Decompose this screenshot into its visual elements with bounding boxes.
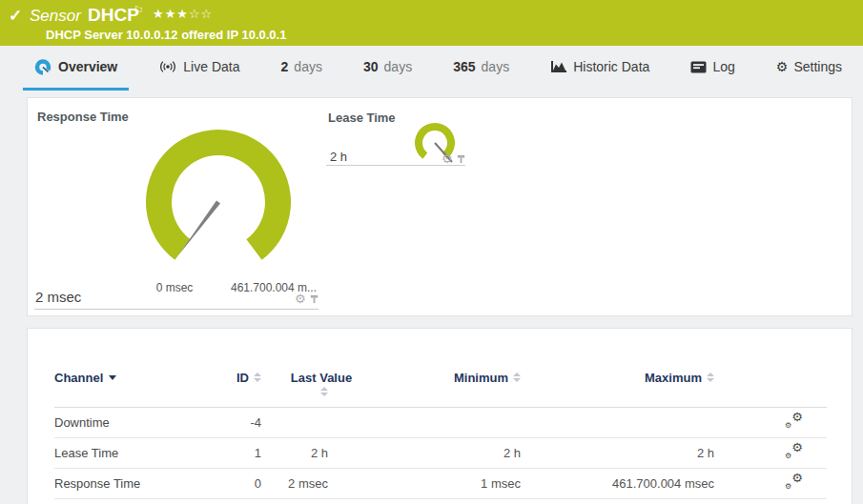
- tab-label: days: [294, 59, 322, 74]
- pin-icon[interactable]: [456, 153, 466, 165]
- channel-name: Lease Time: [54, 438, 231, 469]
- channel-id: 0: [231, 469, 288, 499]
- gauge-needle: [178, 201, 220, 256]
- gauge-widget-controls: ⚙: [442, 152, 466, 165]
- column-header-id[interactable]: ID: [231, 352, 288, 408]
- widget-divider: [326, 165, 465, 166]
- channel-settings-icon[interactable]: ⚙⚙: [784, 413, 803, 430]
- log-icon: [690, 61, 707, 73]
- lease-time-value: 2 h: [330, 150, 347, 164]
- live-data-icon: [158, 60, 177, 73]
- channel-last-value: [288, 408, 383, 438]
- header-label: Maximum: [645, 371, 702, 385]
- tab-label: Overview: [58, 59, 117, 74]
- channel-id: 1: [231, 438, 288, 469]
- tab-number: 365: [453, 59, 475, 74]
- header-label: Last Value: [291, 371, 352, 385]
- tab-label: Log: [712, 59, 734, 74]
- channel-settings-icon[interactable]: ⚙⚙: [784, 444, 803, 460]
- channel-name: Response Time: [54, 469, 231, 499]
- header-label: Channel: [54, 371, 103, 385]
- tab-label: Live Data: [183, 59, 239, 74]
- channel-maximum: 2 h: [566, 438, 760, 469]
- widget-divider: [34, 309, 318, 310]
- tab-label: Settings: [793, 59, 842, 74]
- tab-settings[interactable]: ⚙ Settings: [765, 46, 853, 91]
- sensor-type-label: Sensor: [30, 7, 81, 26]
- sort-icon: [320, 387, 328, 396]
- column-header-actions: [760, 352, 827, 408]
- header-label: Minimum: [454, 371, 508, 385]
- tab-number: 2: [281, 59, 289, 74]
- gear-icon[interactable]: ⚙: [295, 292, 306, 305]
- historic-chart-icon: [550, 60, 567, 73]
- status-ok-icon: ✓: [9, 6, 22, 26]
- channel-minimum: 2 h: [383, 438, 566, 469]
- channel-last-value: 2 h: [288, 438, 383, 469]
- tab-label: days: [384, 59, 413, 74]
- flag-icon[interactable]: ⚐: [134, 4, 144, 17]
- tab-overview[interactable]: Overview: [23, 46, 129, 91]
- table-row-lease-time[interactable]: Lease Time 1 2 h 2 h 2 h ⚙⚙: [54, 438, 827, 469]
- column-header-maximum[interactable]: Maximum: [566, 352, 760, 408]
- response-time-gauge-title: Response Time: [37, 110, 129, 124]
- channel-maximum: [566, 408, 760, 438]
- gear-icon[interactable]: ⚙: [442, 152, 453, 165]
- column-header-last-value[interactable]: Last Value: [288, 352, 383, 408]
- tab-historic-data[interactable]: Historic Data: [539, 46, 661, 91]
- priority-stars[interactable]: ★★★☆☆: [153, 7, 213, 21]
- sort-desc-icon: [109, 375, 116, 380]
- tab-label: days: [482, 59, 510, 74]
- sort-icon: [254, 373, 261, 382]
- response-time-gauge: [123, 114, 314, 276]
- tab-2-days[interactable]: 2 days: [270, 46, 334, 91]
- channel-minimum: 1 msec: [383, 469, 566, 499]
- gauges-panel: Response Time 0 msec 461.700.004 m... 2 …: [27, 97, 853, 316]
- tab-bar: Overview Live Data 2 days 30 days 365 da…: [0, 46, 863, 91]
- channel-table: Channel ID Last Value Minimum Maximum: [54, 352, 827, 499]
- sensor-message: DHCP Server 10.0.0.12 offered IP 10.0.0.…: [46, 28, 286, 42]
- tab-30-days[interactable]: 30 days: [352, 46, 423, 91]
- gauge-min-label: 0 msec: [134, 281, 215, 294]
- sort-icon: [513, 373, 521, 382]
- sort-icon: [707, 373, 714, 382]
- channel-name: Downtime: [54, 408, 231, 438]
- channel-table-panel: Channel ID Last Value Minimum Maximum: [27, 328, 853, 504]
- tab-live-data[interactable]: Live Data: [147, 46, 251, 91]
- channel-maximum: 461.700.004 msec: [566, 469, 760, 499]
- channel-minimum: [383, 408, 566, 438]
- tab-log[interactable]: Log: [679, 46, 746, 91]
- table-row-downtime[interactable]: Downtime -4 ⚙⚙: [54, 408, 827, 438]
- tab-number: 30: [363, 59, 379, 74]
- sensor-name: DHCP: [88, 5, 139, 26]
- channel-settings-icon[interactable]: ⚙⚙: [784, 474, 803, 491]
- sensor-banner: ✓ Sensor DHCP ⚐ ★★★☆☆ DHCP Server 10.0.0…: [0, 0, 863, 46]
- table-row-response-time[interactable]: Response Time 0 2 msec 1 msec 461.700.00…: [54, 469, 827, 499]
- channel-last-value: 2 msec: [288, 469, 383, 499]
- tab-365-days[interactable]: 365 days: [442, 46, 521, 91]
- header-label: ID: [236, 371, 249, 385]
- channel-id: -4: [231, 408, 288, 438]
- tab-label: Historic Data: [573, 59, 649, 74]
- response-time-value: 2 msec: [35, 289, 81, 305]
- gear-icon: ⚙: [776, 60, 789, 73]
- pin-icon[interactable]: [309, 293, 319, 305]
- lease-time-gauge-title: Lease Time: [328, 111, 396, 125]
- column-header-channel[interactable]: Channel: [54, 352, 231, 408]
- gauge-widget-controls: ⚙: [295, 292, 319, 305]
- gauge-icon: [34, 59, 52, 75]
- column-header-minimum[interactable]: Minimum: [383, 352, 566, 408]
